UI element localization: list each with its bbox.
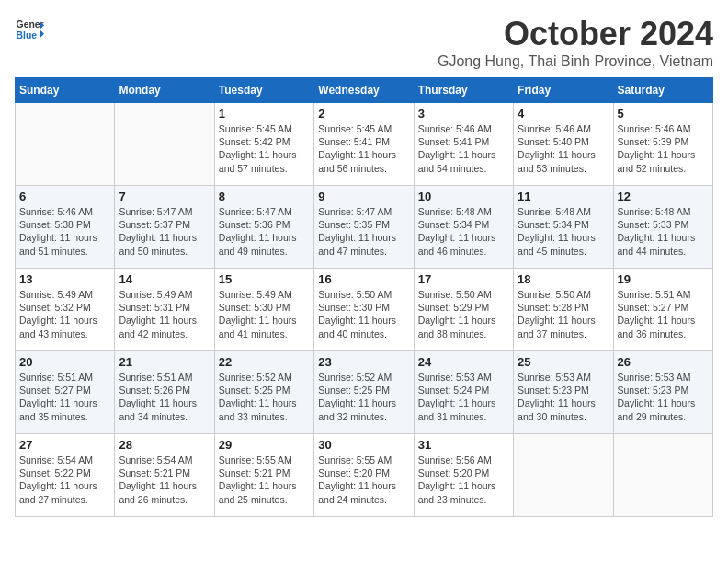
day-number: 10	[418, 190, 509, 203]
day-number: 22	[219, 355, 310, 369]
day-info: Sunrise: 5:56 AM Sunset: 5:20 PM Dayligh…	[418, 454, 509, 506]
day-number: 3	[418, 107, 509, 121]
day-number: 31	[418, 438, 509, 452]
day-number: 30	[318, 438, 409, 452]
day-number: 2	[318, 107, 409, 121]
weekday-header-cell: Monday	[115, 78, 214, 103]
day-info: Sunrise: 5:50 AM Sunset: 5:29 PM Dayligh…	[418, 288, 509, 340]
day-number: 26	[618, 355, 709, 369]
day-info: Sunrise: 5:46 AM Sunset: 5:38 PM Dayligh…	[19, 205, 110, 258]
calendar-body: 1Sunrise: 5:45 AM Sunset: 5:42 PM Daylig…	[16, 103, 713, 517]
logo: General Blue	[15, 15, 44, 44]
day-number: 7	[119, 190, 210, 203]
day-info: Sunrise: 5:55 AM Sunset: 5:20 PM Dayligh…	[318, 454, 409, 506]
day-number: 27	[19, 438, 110, 452]
calendar-day-cell: 28Sunrise: 5:54 AM Sunset: 5:21 PM Dayli…	[115, 434, 214, 517]
day-number: 9	[318, 190, 409, 203]
day-number: 20	[19, 355, 110, 369]
day-info: Sunrise: 5:46 AM Sunset: 5:41 PM Dayligh…	[418, 122, 509, 175]
day-info: Sunrise: 5:49 AM Sunset: 5:32 PM Dayligh…	[19, 288, 110, 340]
day-info: Sunrise: 5:45 AM Sunset: 5:42 PM Dayligh…	[219, 122, 310, 175]
calendar-day-cell: 4Sunrise: 5:46 AM Sunset: 5:40 PM Daylig…	[514, 103, 613, 186]
day-number: 1	[219, 107, 310, 121]
calendar-day-cell: 30Sunrise: 5:55 AM Sunset: 5:20 PM Dayli…	[314, 434, 414, 517]
day-info: Sunrise: 5:54 AM Sunset: 5:22 PM Dayligh…	[19, 454, 110, 506]
weekday-header-row: SundayMondayTuesdayWednesdayThursdayFrid…	[16, 78, 713, 103]
day-number: 29	[219, 438, 310, 452]
calendar-week-row: 13Sunrise: 5:49 AM Sunset: 5:32 PM Dayli…	[16, 269, 713, 351]
day-info: Sunrise: 5:52 AM Sunset: 5:25 PM Dayligh…	[318, 371, 409, 423]
day-info: Sunrise: 5:51 AM Sunset: 5:26 PM Dayligh…	[119, 371, 210, 423]
calendar-day-cell: 12Sunrise: 5:48 AM Sunset: 5:33 PM Dayli…	[613, 186, 712, 269]
day-info: Sunrise: 5:46 AM Sunset: 5:40 PM Dayligh…	[518, 122, 609, 175]
weekday-header-cell: Tuesday	[214, 78, 313, 103]
location-title: GJong Hung, Thai Binh Province, Vietnam	[438, 53, 713, 70]
day-number: 14	[119, 272, 210, 286]
day-info: Sunrise: 5:51 AM Sunset: 5:27 PM Dayligh…	[618, 288, 709, 340]
calendar-day-cell: 5Sunrise: 5:46 AM Sunset: 5:39 PM Daylig…	[613, 103, 712, 186]
day-number: 18	[518, 272, 609, 286]
calendar-week-row: 1Sunrise: 5:45 AM Sunset: 5:42 PM Daylig…	[16, 103, 713, 186]
calendar-day-cell: 25Sunrise: 5:53 AM Sunset: 5:23 PM Dayli…	[514, 351, 613, 434]
calendar-day-cell: 15Sunrise: 5:49 AM Sunset: 5:30 PM Dayli…	[214, 269, 313, 351]
calendar-day-cell: 23Sunrise: 5:52 AM Sunset: 5:25 PM Dayli…	[314, 351, 414, 434]
calendar-day-cell: 24Sunrise: 5:53 AM Sunset: 5:24 PM Dayli…	[414, 351, 513, 434]
day-number: 19	[618, 272, 709, 286]
calendar-day-cell: 14Sunrise: 5:49 AM Sunset: 5:31 PM Dayli…	[115, 269, 214, 351]
day-number: 4	[518, 107, 609, 121]
day-info: Sunrise: 5:49 AM Sunset: 5:30 PM Dayligh…	[219, 288, 310, 340]
calendar-day-cell: 18Sunrise: 5:50 AM Sunset: 5:28 PM Dayli…	[514, 269, 613, 351]
day-number: 13	[19, 272, 110, 286]
calendar-day-cell: 17Sunrise: 5:50 AM Sunset: 5:29 PM Dayli…	[414, 269, 513, 351]
calendar-day-cell: 13Sunrise: 5:49 AM Sunset: 5:32 PM Dayli…	[16, 269, 115, 351]
day-number: 17	[418, 272, 509, 286]
day-info: Sunrise: 5:53 AM Sunset: 5:24 PM Dayligh…	[418, 371, 509, 423]
calendar-day-cell: 3Sunrise: 5:46 AM Sunset: 5:41 PM Daylig…	[414, 103, 513, 186]
day-number: 8	[219, 190, 310, 203]
day-info: Sunrise: 5:52 AM Sunset: 5:25 PM Dayligh…	[219, 371, 310, 423]
day-info: Sunrise: 5:48 AM Sunset: 5:33 PM Dayligh…	[618, 205, 709, 258]
day-number: 6	[19, 190, 110, 203]
calendar-day-cell: 22Sunrise: 5:52 AM Sunset: 5:25 PM Dayli…	[214, 351, 313, 434]
calendar-day-cell: 16Sunrise: 5:50 AM Sunset: 5:30 PM Dayli…	[314, 269, 414, 351]
day-info: Sunrise: 5:50 AM Sunset: 5:30 PM Dayligh…	[318, 288, 409, 340]
calendar-day-cell: 11Sunrise: 5:48 AM Sunset: 5:34 PM Dayli…	[514, 186, 613, 269]
day-number: 5	[618, 107, 709, 121]
weekday-header-cell: Saturday	[613, 78, 712, 103]
svg-text:Blue: Blue	[17, 30, 38, 40]
weekday-header-cell: Thursday	[414, 78, 513, 103]
header: General Blue October 2024 GJong Hung, Th…	[15, 15, 713, 70]
calendar-day-cell: 1Sunrise: 5:45 AM Sunset: 5:42 PM Daylig…	[214, 103, 313, 186]
day-info: Sunrise: 5:55 AM Sunset: 5:21 PM Dayligh…	[219, 454, 310, 506]
day-info: Sunrise: 5:46 AM Sunset: 5:39 PM Dayligh…	[618, 122, 709, 175]
calendar-day-cell: 9Sunrise: 5:47 AM Sunset: 5:35 PM Daylig…	[314, 186, 414, 269]
weekday-header-cell: Friday	[514, 78, 613, 103]
day-info: Sunrise: 5:48 AM Sunset: 5:34 PM Dayligh…	[518, 205, 609, 258]
day-number: 25	[518, 355, 609, 369]
calendar-day-cell	[115, 103, 214, 186]
day-info: Sunrise: 5:53 AM Sunset: 5:23 PM Dayligh…	[518, 371, 609, 423]
day-info: Sunrise: 5:47 AM Sunset: 5:37 PM Dayligh…	[119, 205, 210, 258]
weekday-header-cell: Sunday	[16, 78, 115, 103]
calendar-day-cell	[16, 103, 115, 186]
calendar-day-cell: 20Sunrise: 5:51 AM Sunset: 5:27 PM Dayli…	[16, 351, 115, 434]
calendar-day-cell: 26Sunrise: 5:53 AM Sunset: 5:23 PM Dayli…	[613, 351, 712, 434]
weekday-header-cell: Wednesday	[314, 78, 414, 103]
day-number: 21	[119, 355, 210, 369]
day-info: Sunrise: 5:51 AM Sunset: 5:27 PM Dayligh…	[19, 371, 110, 423]
day-number: 23	[318, 355, 409, 369]
month-title: October 2024	[438, 15, 713, 53]
calendar-week-row: 6Sunrise: 5:46 AM Sunset: 5:38 PM Daylig…	[16, 186, 713, 269]
calendar-table: SundayMondayTuesdayWednesdayThursdayFrid…	[15, 77, 713, 517]
day-number: 12	[618, 190, 709, 203]
calendar-day-cell: 29Sunrise: 5:55 AM Sunset: 5:21 PM Dayli…	[214, 434, 313, 517]
calendar-day-cell	[514, 434, 613, 517]
day-number: 28	[119, 438, 210, 452]
calendar-day-cell: 10Sunrise: 5:48 AM Sunset: 5:34 PM Dayli…	[414, 186, 513, 269]
title-block: October 2024 GJong Hung, Thai Binh Provi…	[438, 15, 713, 70]
calendar-day-cell: 21Sunrise: 5:51 AM Sunset: 5:26 PM Dayli…	[115, 351, 214, 434]
day-info: Sunrise: 5:47 AM Sunset: 5:35 PM Dayligh…	[318, 205, 409, 258]
calendar-week-row: 27Sunrise: 5:54 AM Sunset: 5:22 PM Dayli…	[16, 434, 713, 517]
logo-icon: General Blue	[15, 15, 44, 44]
day-info: Sunrise: 5:48 AM Sunset: 5:34 PM Dayligh…	[418, 205, 509, 258]
